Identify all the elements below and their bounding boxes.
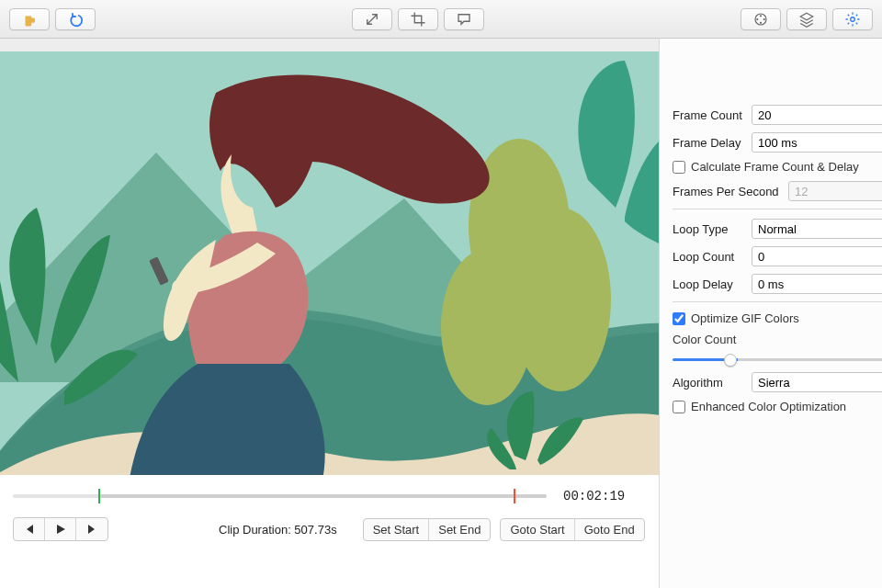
beer-icon [21, 11, 38, 28]
next-frame-button[interactable] [76, 518, 107, 540]
playback-controls [13, 517, 108, 541]
set-range-group: Set Start Set End [363, 518, 492, 541]
crop-icon [410, 11, 426, 28]
crop-button[interactable] [398, 8, 438, 30]
undo-icon [67, 11, 84, 28]
preview-illustration [0, 51, 659, 475]
play-button[interactable] [45, 518, 76, 540]
enhanced-label: Enhanced Color Optimization [691, 400, 846, 413]
calc-checkbox[interactable] [673, 161, 685, 174]
frame-count-input[interactable] [752, 105, 882, 125]
clip-duration-label: Clip Duration: 507.73s [219, 523, 337, 537]
svg-point-11 [246, 100, 287, 141]
settings-button[interactable] [832, 8, 873, 30]
algorithm-label: Algorithm [673, 376, 746, 390]
optimize-checkbox[interactable] [673, 312, 685, 325]
timecode: 00:02:19 [563, 489, 646, 503]
set-start-button[interactable]: Set Start [364, 519, 430, 540]
set-end-button[interactable]: Set End [429, 519, 490, 540]
toolbar-left-group [9, 8, 96, 30]
calc-label: Calculate Frame Count & Delay [691, 160, 859, 174]
resize-icon [364, 11, 380, 28]
loop-type-label: Loop Type [673, 222, 746, 236]
timeline-end-marker[interactable] [514, 489, 515, 503]
toolbar [0, 0, 882, 39]
goto-range-group: Goto Start Goto End [500, 518, 644, 541]
loop-count-input[interactable] [752, 246, 882, 266]
fps-input [788, 181, 882, 201]
preview-canvas [0, 39, 659, 475]
undo-button[interactable] [55, 8, 96, 30]
toolbar-center-group [352, 8, 484, 30]
svg-point-5 [851, 17, 855, 21]
frame-delay-label: Frame Delay [673, 136, 746, 150]
goto-start-button[interactable]: Goto Start [501, 519, 574, 540]
timeline-start-marker[interactable] [98, 489, 100, 503]
skip-forward-icon [86, 524, 97, 535]
layers-icon [798, 11, 815, 28]
svg-point-3 [756, 17, 758, 19]
caption-button[interactable] [444, 8, 484, 30]
svg-point-4 [763, 17, 765, 19]
prev-frame-button[interactable] [14, 518, 45, 540]
speech-icon [456, 11, 472, 28]
resize-button[interactable] [352, 8, 392, 30]
gear-icon [844, 11, 861, 28]
svg-point-1 [760, 15, 762, 17]
frame-count-label: Frame Count [673, 108, 746, 122]
settings-sidebar: Frame Count ▲▼ Frame Delay ▲▼ Calculate … [659, 39, 882, 588]
algorithm-select[interactable]: Sierra [752, 372, 882, 392]
loop-count-label: Loop Count [673, 250, 746, 264]
timeline-scrubber[interactable] [13, 488, 547, 504]
beer-button[interactable] [9, 8, 50, 30]
goto-end-button[interactable]: Goto End [575, 519, 644, 540]
play-icon [55, 524, 66, 535]
svg-point-9 [441, 249, 533, 405]
optimize-label: Optimize GIF Colors [691, 311, 799, 325]
film-button[interactable] [741, 8, 781, 30]
skip-back-icon [24, 524, 35, 535]
loop-delay-label: Loop Delay [673, 277, 746, 291]
frame-delay-input[interactable] [752, 132, 882, 153]
color-count-label: Color Count [673, 333, 736, 346]
loop-delay-input[interactable] [752, 274, 882, 294]
color-count-slider[interactable] [673, 358, 882, 361]
fps-label: Frames Per Second [673, 185, 783, 198]
svg-point-2 [760, 21, 762, 23]
enhanced-checkbox[interactable] [673, 401, 685, 413]
loop-type-select[interactable]: Normal [752, 219, 882, 239]
toolbar-right-group [741, 8, 873, 30]
layers-button[interactable] [786, 8, 827, 30]
film-icon [752, 11, 769, 28]
timeline-panel: 00:02:19 Clip Duration: 507.73s [0, 475, 659, 550]
